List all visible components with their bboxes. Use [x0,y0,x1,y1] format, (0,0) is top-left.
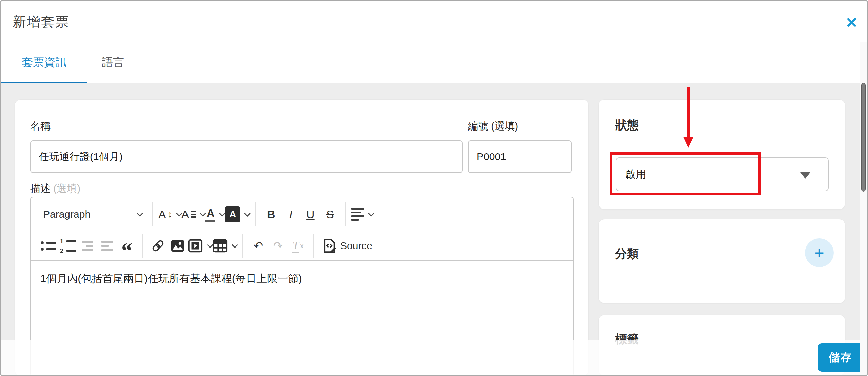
code-label: 編號 (選填) [468,119,518,133]
dropdown-arrow-icon [800,172,810,179]
paragraph-style-label: Paragraph [43,209,91,220]
font-family-lines-icon [191,211,196,218]
source-button[interactable]: Source [319,234,376,258]
increase-indent-button[interactable] [97,234,117,258]
source-label: Source [340,240,372,252]
scrollbar-thumb[interactable] [861,83,866,192]
add-category-button[interactable]: + [805,238,834,267]
modal-title: 新增套票 [13,13,70,31]
add-package-modal: 新增套票 套票資訊 語言 名稱 編號 (選填) 描述 (選填) [0,0,868,376]
align-left-icon [351,208,364,221]
link-icon [151,238,165,253]
italic-button[interactable]: I [281,202,300,226]
font-size-icon: A [158,209,166,220]
undo-button[interactable]: ↶ [249,234,268,258]
media-icon [188,238,203,253]
status-card: 狀態 啟用 [598,99,845,210]
category-card: 分類 + [598,219,845,303]
numbered-list-icon: 1 2 [60,238,76,254]
toolbar-separator [345,202,346,226]
remove-format-icon: T [292,239,300,253]
font-family-dropdown[interactable]: A [181,202,205,226]
block-quote-button[interactable]: “ [117,234,137,258]
redo-button[interactable]: ↷ [268,234,288,258]
table-icon [212,238,228,253]
category-label: 分類 [615,246,639,262]
status-select[interactable]: 啟用 [616,157,829,191]
chevron-down-icon [368,210,374,216]
image-icon [170,238,185,253]
toolbar-separator [242,234,243,258]
status-label: 狀態 [615,117,639,133]
save-button[interactable]: 儲存 [818,343,863,372]
font-family-icon: A [181,209,189,220]
chevron-down-icon [232,242,238,248]
font-color-icon: A [205,207,215,222]
bulleted-list-icon [41,241,56,251]
bold-button[interactable]: B [261,202,281,226]
toolbar-separator [255,202,256,226]
tab-language[interactable]: 語言 [87,43,138,82]
strikethrough-button[interactable]: S [320,202,340,226]
insert-table-dropdown[interactable] [212,234,237,258]
code-input[interactable] [468,140,572,173]
underline-button[interactable]: U [300,202,320,226]
description-label: 描述 (選填) [30,182,80,196]
font-size-dropdown[interactable]: A ↕ [158,202,181,226]
remove-format-button[interactable]: T x [288,234,308,258]
decrease-indent-icon [82,241,93,251]
modal-body: 名稱 編號 (選填) 描述 (選填) Paragraph A [1,83,867,375]
modal-footer: 儲存 [1,340,867,375]
package-info-card: 名稱 編號 (選填) 描述 (選填) Paragraph A [15,99,589,376]
numbered-list-button[interactable]: 1 2 [58,234,78,258]
name-label: 名稱 [30,119,51,133]
paragraph-style-dropdown[interactable]: Paragraph [38,202,147,226]
font-background-icon: A [225,206,240,222]
modal-header: 新增套票 [1,1,867,42]
chevron-down-icon [244,210,251,216]
font-background-dropdown[interactable]: A [225,202,250,226]
status-selected-value: 啟用 [625,167,646,181]
decrease-indent-button[interactable] [78,234,97,258]
toolbar-separator [313,234,314,258]
plus-icon: + [814,243,824,262]
scrollbar-track[interactable] [860,42,867,375]
text-alignment-dropdown[interactable] [351,202,373,226]
name-input[interactable] [30,140,463,173]
toolbar-separator [152,202,153,226]
insert-image-button[interactable] [168,234,188,258]
close-button[interactable] [845,16,858,29]
source-icon [322,238,336,253]
font-color-dropdown[interactable]: A [205,202,225,226]
bulleted-list-button[interactable] [38,234,58,258]
chevron-down-icon [219,210,225,216]
insert-media-dropdown[interactable] [188,234,212,258]
increase-indent-icon [101,241,113,251]
editor-toolbar-row2: 1 2 “ [31,231,573,260]
font-size-arrow-icon: ↕ [167,209,172,220]
chevron-down-icon [137,210,143,216]
tab-bar: 套票資訊 語言 [1,43,867,83]
tab-package-info[interactable]: 套票資訊 [1,43,87,82]
insert-link-button[interactable] [148,234,168,258]
toolbar-separator [142,234,143,258]
editor-toolbar-row1: Paragraph A ↕ A A [31,197,573,231]
